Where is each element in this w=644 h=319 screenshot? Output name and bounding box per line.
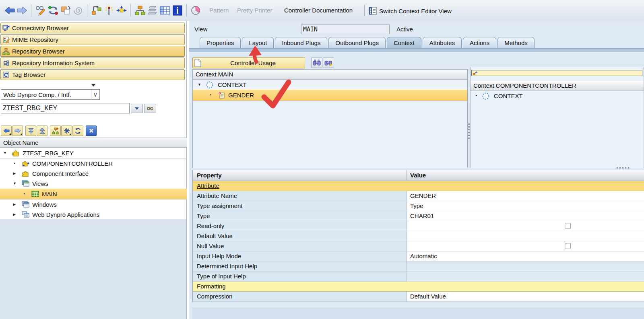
full-view-icon[interactable] xyxy=(61,126,72,136)
sidebar-btn-mime-repository[interactable]: MIME Repository xyxy=(0,34,185,45)
controller-mapping-field[interactable] xyxy=(471,70,642,76)
back-icon[interactable] xyxy=(3,4,16,17)
tree-item-main-view[interactable]: · MAIN xyxy=(0,189,187,200)
footer-strip xyxy=(192,308,644,319)
tree-nav-toolbar xyxy=(1,125,97,136)
object-name-dropdown-button[interactable] xyxy=(131,104,143,113)
display-change-icon[interactable] xyxy=(34,4,47,17)
value-cell[interactable]: GENDER xyxy=(407,191,644,201)
tree-item-component-interface[interactable]: ▶ Component Interface xyxy=(0,169,187,179)
view-name-field[interactable] xyxy=(301,25,390,34)
tree-item-ztest-rbg-key[interactable]: ▼ ZTEST_RBG_KEY xyxy=(0,148,187,158)
panel-splitter-handle[interactable] xyxy=(468,123,470,139)
display-glasses-button[interactable] xyxy=(144,104,156,113)
find-button[interactable] xyxy=(311,58,322,68)
sidebar-btn-label: Repository Browser xyxy=(12,48,65,55)
view-table-icon xyxy=(31,191,39,197)
value-cell[interactable]: Default Value xyxy=(407,292,644,302)
context-componentcontroller-title: Context COMPONENTCONTROLLER xyxy=(471,81,644,91)
object-name-input[interactable] xyxy=(1,103,130,113)
toolbar-separator xyxy=(31,4,31,17)
display-hierarchy-icon[interactable] xyxy=(50,126,61,136)
tab-context[interactable]: Context xyxy=(387,37,421,49)
menu-switch-context-editor[interactable]: Switch Context Editor View xyxy=(369,7,452,15)
value-cell[interactable] xyxy=(407,231,644,241)
value-cell[interactable]: Automatic xyxy=(407,251,644,261)
expand-all-icon[interactable] xyxy=(25,126,36,136)
null-value-checkbox[interactable] xyxy=(565,243,571,249)
pattern-wand-icon[interactable] xyxy=(103,4,115,17)
table-view-icon[interactable] xyxy=(159,4,171,17)
collapse-all-icon[interactable] xyxy=(37,126,47,136)
property-cell: Type of Input Help xyxy=(193,272,407,282)
tree-item-views[interactable]: ▼ Views xyxy=(0,179,187,189)
expander-closed-icon[interactable]: ▶ xyxy=(13,210,16,220)
sidebar-btn-repository-browser[interactable]: Repository Browser xyxy=(0,46,185,57)
repository-infosystem-icon xyxy=(2,60,10,67)
table-row: Compression Default Value xyxy=(193,292,644,302)
property-cell: Read-only xyxy=(193,221,407,231)
expander-open-icon[interactable]: ▼ xyxy=(13,179,17,189)
repository-browser-icon xyxy=(2,48,10,55)
menu-pattern: Pattern xyxy=(209,7,229,14)
tab-properties[interactable]: Properties xyxy=(200,37,241,49)
connectivity-browser-icon xyxy=(2,25,10,32)
nav-forward-button[interactable] xyxy=(12,126,23,136)
menu-switch-context-label: Switch Context Editor View xyxy=(379,8,452,14)
view-field-label: View xyxy=(194,26,207,33)
expander-closed-icon[interactable]: ▶ xyxy=(13,169,16,179)
read-only-checkbox[interactable] xyxy=(565,223,571,229)
tab-actions[interactable]: Actions xyxy=(463,37,496,49)
hierarchy-icon[interactable] xyxy=(134,4,146,17)
tree-item-componentcontroller[interactable]: · COMPONENTCONTROLLER xyxy=(0,158,187,169)
sort-layers-icon[interactable] xyxy=(146,4,159,17)
history-icon[interactable] xyxy=(190,4,202,17)
expander-open-icon[interactable]: ▼ xyxy=(198,80,201,90)
table-row: Read-only xyxy=(193,221,644,231)
section-row-attribute[interactable]: Attribute xyxy=(193,181,644,191)
find-next-button[interactable] xyxy=(323,58,334,68)
close-browser-button[interactable] xyxy=(86,126,97,136)
tab-outbound-plugs[interactable]: Outbound Plugs xyxy=(328,37,386,49)
sidebar-btn-tag-browser[interactable]: Tag Browser xyxy=(0,69,185,80)
section-row-formatting[interactable]: Formatting xyxy=(193,282,644,292)
tab-inbound-plugs[interactable]: Inbound Plugs xyxy=(275,37,327,49)
forward-icon[interactable] xyxy=(16,4,28,17)
tree-item-label: COMPONENTCONTROLLER xyxy=(32,158,113,169)
table-row: Default Value xyxy=(193,231,644,241)
value-cell[interactable]: CHAR01 xyxy=(407,211,644,221)
info-icon[interactable] xyxy=(171,4,184,17)
nav-back-button[interactable] xyxy=(1,126,12,136)
controller-usage-button[interactable]: Controller Usage xyxy=(192,57,305,68)
tab-methods[interactable]: Methods xyxy=(497,37,535,49)
collapse-sidebar-arrow[interactable] xyxy=(91,84,96,86)
where-used-icon[interactable] xyxy=(90,4,103,17)
tab-layout[interactable]: Layout xyxy=(242,37,274,49)
expander-open-icon[interactable]: ▼ xyxy=(3,148,7,158)
table-resize-handle[interactable] xyxy=(617,167,630,169)
context-root-node[interactable]: ▼ CONTEXT xyxy=(193,80,467,90)
tree-item-webdynpro-applications[interactable]: ▶ Web Dynpro Applications xyxy=(0,210,187,220)
sidebar-btn-repository-infosystem[interactable]: Repository Information System xyxy=(0,58,185,68)
sidebar-btn-connectivity-browser[interactable]: Connectivity Browser xyxy=(0,23,185,33)
menu-controller-documentation[interactable]: Controller Documentation xyxy=(284,7,353,14)
value-cell[interactable]: Type xyxy=(407,201,644,211)
expander-closed-icon[interactable]: ▶ xyxy=(13,200,16,210)
tree-item-windows[interactable]: ▶ Windows xyxy=(0,200,187,210)
context-node-label: GENDER xyxy=(228,90,254,100)
refresh-objects-icon[interactable] xyxy=(47,4,59,17)
copy-icon[interactable] xyxy=(59,4,72,17)
refresh-tree-icon[interactable] xyxy=(72,126,83,136)
column-header-value: Value xyxy=(407,170,644,181)
tab-attributes[interactable]: Attributes xyxy=(423,37,462,49)
windows-folder-icon xyxy=(22,201,29,208)
context-attribute-gender[interactable]: · GENDER xyxy=(193,90,467,101)
context-root-node[interactable]: · CONTEXT xyxy=(471,91,644,101)
object-type-select[interactable]: Web Dynpro Comp. / Intf. ∨ xyxy=(1,89,100,100)
controller-usage-label: Controller Usage xyxy=(201,60,305,66)
sap-se80-window: Pattern Pretty Printer Controller Docume… xyxy=(0,0,644,319)
table-row: Determined Input Help xyxy=(193,261,644,272)
navigation-icon[interactable] xyxy=(115,4,128,17)
leaf-dot-icon: · xyxy=(23,189,26,199)
context-node-label: CONTEXT xyxy=(218,80,247,90)
